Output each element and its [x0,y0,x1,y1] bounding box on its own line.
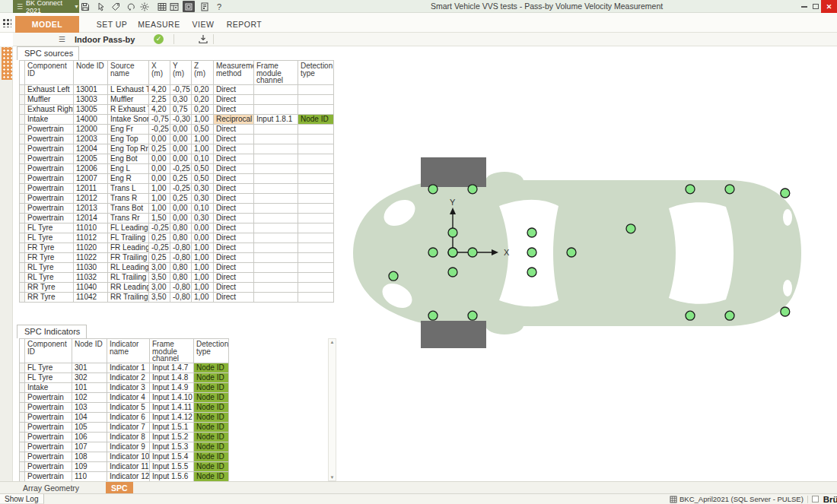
download-icon[interactable] [198,34,208,44]
table-cell[interactable] [254,154,298,163]
table-cell[interactable] [254,94,298,104]
table-cell[interactable]: FL Tyre [25,372,72,382]
table-cell[interactable] [298,213,334,223]
table-cell[interactable]: RR Leading [108,282,149,292]
table-cell[interactable]: -0,25 [149,223,170,233]
row-selector[interactable] [20,84,25,94]
table-cell[interactable]: Input 1.8.1 [254,114,298,124]
table-cell[interactable]: 1,00 [149,193,170,203]
table-cell[interactable]: Input 1.5.3 [150,442,194,452]
table-cell[interactable]: 0,00 [170,144,192,154]
source-point[interactable] [448,228,457,237]
source-point[interactable] [468,185,477,194]
table-cell[interactable]: 0,30 [170,94,192,104]
table-cell[interactable]: Input 1.4.8 [150,372,194,382]
table-cell[interactable]: -0,25 [149,124,170,134]
table-cell[interactable]: 0,25 [170,173,192,183]
table-cell[interactable]: Node ID [194,412,229,422]
table-cell[interactable]: FL Tyre [25,363,72,372]
source-point[interactable] [781,189,790,198]
table-cell[interactable]: 12004 [74,144,108,154]
table-cell[interactable]: Direct [214,203,254,213]
table-cell[interactable]: 11010 [74,223,108,233]
row-selector[interactable] [20,173,25,183]
row-selector[interactable] [20,292,25,302]
table-cell[interactable] [254,144,298,154]
table-cell[interactable]: 12003 [74,134,108,144]
table-cell[interactable] [254,104,298,114]
table-cell[interactable] [298,104,334,114]
column-header[interactable]: Node ID [72,339,107,363]
table-cell[interactable] [298,163,334,173]
table-cell[interactable]: 13005 [74,104,108,114]
table-cell[interactable]: 11042 [74,292,108,302]
source-point[interactable] [428,248,438,257]
table-cell[interactable]: 12007 [74,173,108,183]
table-cell[interactable]: 105 [72,422,107,432]
table-cell[interactable]: Powertrain [25,203,74,213]
row-selector[interactable] [20,402,25,412]
row-selector[interactable] [20,213,25,223]
geometry-view-icon[interactable] [183,1,195,12]
row-selector[interactable] [20,104,25,114]
table-cell[interactable]: -0,25 [170,163,192,173]
table-cell[interactable]: Powertrain [25,392,72,402]
table-cell[interactable] [254,233,298,242]
table-cell[interactable]: 0,30 [192,193,214,203]
row-selector[interactable] [20,412,25,422]
table-cell[interactable]: 0,20 [192,94,214,104]
table-cell[interactable] [298,173,334,183]
table-cell[interactable]: 0,80 [170,272,192,282]
table-cell[interactable]: 0,80 [170,262,192,272]
table-cell[interactable]: Powertrain [25,163,74,173]
table-cell[interactable]: Direct [214,282,254,292]
table-view-icon[interactable] [156,1,168,12]
source-point[interactable] [686,185,695,194]
table-cell[interactable]: R Exhaust Tip [108,104,149,114]
table-cell[interactable] [298,282,334,292]
table-cell[interactable] [254,183,298,193]
table-cell[interactable]: -0,30 [170,114,192,124]
apps-grid-icon[interactable] [2,18,11,27]
table-cell[interactable]: Node ID [194,402,229,412]
table-cell[interactable] [254,282,298,292]
source-point[interactable] [686,311,695,320]
tab-report[interactable]: REPORT [222,16,266,33]
row-selector[interactable] [20,422,25,432]
table-cell[interactable]: 14000 [74,114,108,124]
table-cell[interactable] [254,292,298,302]
table-cell[interactable]: Indicator 4 [107,392,150,402]
column-header[interactable]: Frame module channel [254,61,298,85]
table-cell[interactable]: Powertrain [25,213,74,223]
table-cell[interactable]: Direct [214,233,254,242]
table-cell[interactable]: 0,25 [149,252,170,262]
table-cell[interactable]: 0,00 [149,173,170,183]
show-log-button[interactable]: Show Log [0,494,44,504]
column-header[interactable]: Indicator name [107,339,150,363]
table-cell[interactable] [298,203,334,213]
column-header[interactable]: Frame module channel [150,339,194,363]
table-cell[interactable]: 12006 [74,163,108,173]
row-selector[interactable] [20,154,25,163]
table-cell[interactable] [254,84,298,94]
column-header[interactable]: Detection type [298,61,334,85]
table-cell[interactable]: Indicator 11 [107,461,150,471]
table-cell[interactable]: Direct [214,252,254,262]
indicators-scrollbar[interactable]: ▲ ▼ [328,338,336,481]
row-selector[interactable] [20,134,25,144]
table-cell[interactable]: 12012 [74,193,108,203]
table-cell[interactable]: 1,00 [192,114,214,124]
row-selector[interactable] [20,282,25,292]
table-cell[interactable]: 13001 [74,84,108,94]
table-cell[interactable]: FL Tyre [25,223,74,233]
table-cell[interactable] [298,223,334,233]
table-cell[interactable]: 3,50 [149,272,170,282]
table-cell[interactable]: Intake [25,114,74,124]
table-cell[interactable]: Indicator 7 [107,422,150,432]
status-checkbox[interactable] [812,496,819,502]
table-cell[interactable]: 1,00 [192,282,214,292]
table-cell[interactable]: 12005 [74,154,108,163]
table-cell[interactable]: 0,50 [192,173,214,183]
table-cell[interactable]: Node ID [194,382,229,392]
column-header[interactable]: Component ID [25,339,72,363]
